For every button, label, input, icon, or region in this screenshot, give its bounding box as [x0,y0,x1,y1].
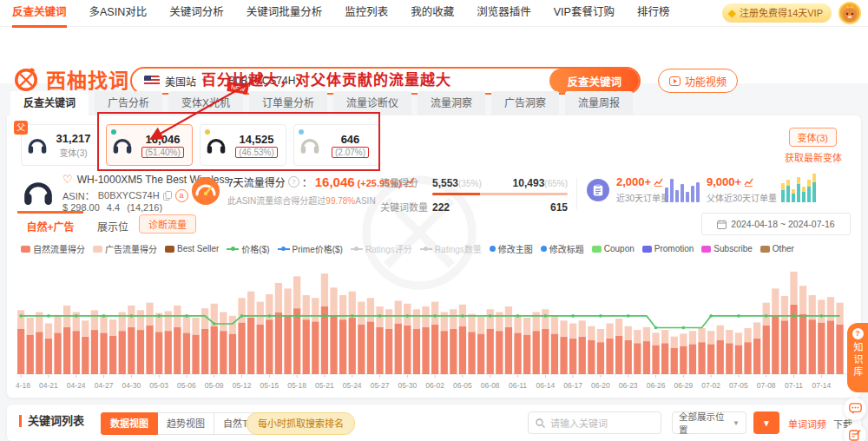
variant-info: 16,046(51.40%) [138,133,187,158]
tab[interactable]: 流量周报 [565,91,633,115]
keyword-right-value: 615 [550,201,568,214]
svg-text:05-27: 05-27 [371,381,390,390]
refresh-variants-link[interactable]: 获取最新变体 [785,150,842,164]
copy-icon[interactable] [163,191,172,201]
expand-button[interactable]: ▼ [753,411,779,434]
spark-bar [681,184,684,202]
chevron-down-icon: ▼ [762,418,771,428]
vip-register-button[interactable]: ◆ 注册免费得14天VIP [722,3,832,23]
tab-label: 流量洞察 [431,97,472,109]
view-button[interactable]: 趋势视图 [158,412,214,435]
svg-text:06-20: 06-20 [591,381,610,390]
legend-item[interactable]: Coupon [592,244,635,253]
tab-bar: 反查关键词广告分析变体X光机NEW订单量分析流量诊断仪流量洞察广告洞察流量周报 [10,91,633,115]
svg-text:05-15: 05-15 [260,381,279,390]
spark-bar [686,192,689,202]
orders-clipboard-icon [587,179,609,201]
legend-item[interactable]: 自然流量得分 [21,242,85,255]
orders-sparkline [665,176,700,202]
view-button[interactable]: 数据视图 [101,412,158,435]
word-frequency-link[interactable]: 单词词频 [788,417,826,431]
nav-item[interactable]: 浏览器插件 [477,0,531,25]
tab[interactable]: 订单量分析 [249,91,327,115]
nav-item[interactable]: 多ASIN对比 [89,0,148,25]
knowledge-base-label: 知识库 [851,342,865,378]
variant-card[interactable]: 14,525(46.53%) [200,124,286,166]
product-thumbnail [21,174,56,212]
nav-item[interactable]: 反查关键词 [12,0,67,28]
legend-item[interactable]: Prime价格($) [278,242,343,255]
legend-label: Subscribe [713,244,752,253]
diamond-icon: ◆ [728,3,736,23]
svg-text:05-18: 05-18 [287,381,306,390]
tab[interactable]: 流量洞察 [418,91,485,115]
legend-item[interactable]: 修改标题 [541,242,584,255]
legend-item[interactable]: 价格($) [227,242,269,255]
tab[interactable]: 变体X光机NEW [168,91,243,115]
legend-item[interactable]: 广告流量得分 [93,242,157,255]
tab-label: 广告洞察 [504,97,546,109]
subtab-placement[interactable]: 展示位 [97,219,128,234]
chevron-down-icon: ▼ [733,419,740,427]
nav-item[interactable]: 排行榜 [637,0,670,25]
product-reviews: (14,216) [127,202,162,213]
video-button[interactable]: 功能视频 [658,69,738,93]
variant-card-parent[interactable]: 31,217 变体(3) [21,124,99,166]
svg-text:06-02: 06-02 [425,381,444,390]
orders-30d-value: 2,000+ [616,175,651,188]
tab[interactable]: 流量诊断仪 [333,91,411,115]
spark-bar [786,180,790,202]
legend-swatch [541,246,547,252]
nav-item[interactable]: VIP套餐订购 [554,0,615,25]
feedback-edit-button[interactable] [844,424,866,441]
annotation-text: 百分比越大，对父体贡献的流量越大 [201,68,451,89]
legend-item[interactable]: Best Seller [165,244,219,253]
nav-item[interactable]: 关键词分析 [169,0,224,25]
svg-text:06-26: 06-26 [647,381,666,390]
nav-item[interactable]: 我的收藏 [411,0,454,25]
vip-label: 注册免费得14天VIP [740,3,823,23]
legend-swatch [278,248,290,250]
avatar[interactable] [838,2,861,24]
keyword-search-input[interactable]: 请输入关键词 [528,411,661,434]
trend-icon[interactable] [654,178,663,187]
legend-item[interactable]: 修改主图 [490,242,533,255]
reverse-search-button[interactable]: 反查关键词 [549,69,639,93]
legend-item[interactable]: Subscribe [701,244,752,253]
nav-item[interactable]: 监控列表 [345,0,388,25]
knowledge-base-tab[interactable]: ? 知识库 [847,323,868,392]
position-select[interactable]: 全部展示位置 ▼ [672,411,746,434]
score-separator: ： [302,174,312,189]
legend-item[interactable]: Ratings评分 [351,242,412,255]
tab[interactable]: 反查关键词 [10,91,89,115]
subtab-natural-ad[interactable]: 自然+广告 [17,211,83,234]
tab-label: 广告分析 [108,97,149,109]
spark-bar [797,177,800,202]
chat-support-button[interactable] [844,398,866,420]
variant-card[interactable]: 646(2.07%) [293,124,380,166]
site-select[interactable]: 美国站 [165,74,196,89]
variant-count-button[interactable]: 变体(3) [789,128,837,147]
trend-icon[interactable] [744,178,753,187]
nav-item[interactable]: 关键词批量分析 [247,0,323,25]
legend-item[interactable]: Ratings数量 [420,242,482,255]
tab[interactable]: 广告洞察 [491,91,559,115]
spark-bar [665,188,668,202]
legend-label: Promotion [654,244,694,253]
date-range-picker[interactable]: 2024-04-18 ~ 2024-07-16 [701,213,851,235]
variant-percent: (2.07%) [332,147,369,158]
flow-right-value: 10,493 [513,177,545,189]
favorite-heart-icon[interactable]: ♡ [62,173,73,186]
legend-item[interactable]: Other [760,244,794,253]
amazon-link-icon[interactable]: a [175,189,188,202]
tab[interactable]: 广告分析 [95,91,162,115]
legend-item[interactable]: Promotion [642,244,694,253]
flow-score-block: 流量得分 5,553 (35%) 10,493 (65%) 关键词数量 222 … [380,175,568,214]
score-note-highlight: 99.78% [326,196,355,206]
diagnose-traffic-button[interactable]: 诊断流量 [139,214,196,234]
legend-swatch [227,248,239,250]
app-logo[interactable]: 西柚找词 [12,64,129,94]
variant-card[interactable]: 16,046(51.40%) [106,124,193,166]
svg-text:04-27: 04-27 [95,381,114,390]
info-icon[interactable]: ? [288,176,299,188]
